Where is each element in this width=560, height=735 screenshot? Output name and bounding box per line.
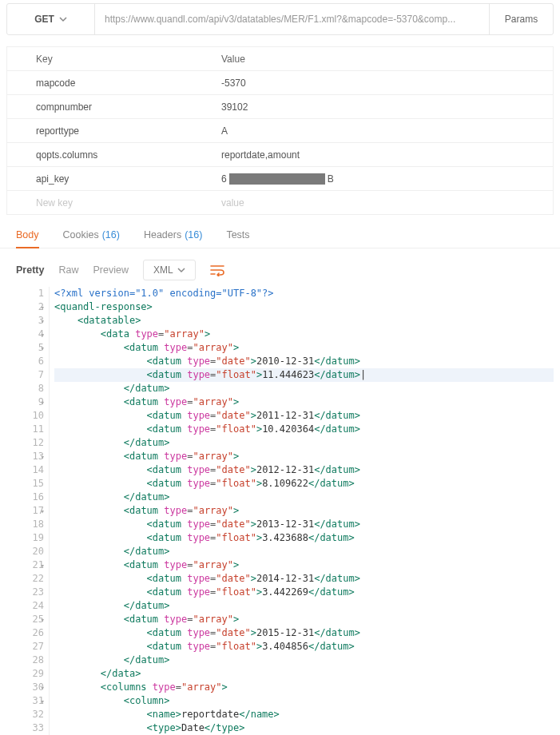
- cookies-count: (16): [102, 229, 120, 241]
- param-value[interactable]: -5370: [221, 71, 553, 94]
- code-line[interactable]: </datum>: [54, 654, 554, 667]
- fold-toggle-icon[interactable]: ▾: [41, 559, 45, 573]
- fold-toggle-icon[interactable]: ▾: [41, 614, 45, 627]
- tab-cookies[interactable]: Cookies(16): [63, 229, 120, 241]
- code-line[interactable]: <datatable>: [54, 314, 554, 328]
- param-row[interactable]: mapcode-5370: [7, 70, 553, 94]
- code-line[interactable]: <name>reportdate</name>: [54, 708, 554, 721]
- code-line[interactable]: </datum>: [54, 599, 554, 613]
- param-row[interactable]: qopts.columnsreportdate,amount: [7, 142, 553, 166]
- code-line[interactable]: <column>: [54, 694, 554, 708]
- params-label: Params: [505, 14, 538, 25]
- url-text: https://www.quandl.com/api/v3/datatables…: [105, 14, 455, 25]
- request-bar: GET https://www.quandl.com/api/v3/datata…: [6, 3, 554, 35]
- code-line[interactable]: <datum type="float">3.423688</datum>: [54, 531, 554, 545]
- params-grid: Key Value mapcode-5370compnumber39102rep…: [6, 46, 554, 215]
- line-gutter: 12▾3▾4▾5▾6789▾10111213▾14151617▾18192021…: [16, 287, 50, 735]
- code-line[interactable]: <datum type="array">: [54, 613, 554, 626]
- value-header: Value: [221, 47, 553, 70]
- fold-toggle-icon[interactable]: ▾: [41, 396, 45, 410]
- code-line[interactable]: </datum>: [54, 436, 554, 450]
- code-line[interactable]: <datum type="array">: [54, 341, 554, 355]
- code-line[interactable]: <datum type="date">2011-12-31</datum>: [54, 409, 554, 423]
- param-value[interactable]: A: [221, 119, 553, 142]
- url-input[interactable]: https://www.quandl.com/api/v3/datatables…: [95, 4, 489, 34]
- chevron-down-icon: [177, 266, 185, 274]
- tab-tests[interactable]: Tests: [226, 229, 249, 241]
- code-line[interactable]: <quandl-response>: [54, 300, 554, 314]
- new-param-row[interactable]: New key value: [7, 190, 553, 214]
- wrap-lines-icon[interactable]: [210, 264, 224, 276]
- code-line[interactable]: <datum type="date">2015-12-31</datum>: [54, 626, 554, 640]
- fold-toggle-icon[interactable]: ▾: [41, 342, 45, 356]
- code-line[interactable]: <datum type="array">: [54, 504, 554, 518]
- code-line[interactable]: <datum type="float">8.109622</datum>: [54, 477, 554, 491]
- fold-toggle-icon[interactable]: ▾: [41, 301, 45, 315]
- code-line[interactable]: <datum type="float">11.444623</datum>|: [54, 368, 554, 382]
- param-value[interactable]: reportdate,amount: [221, 143, 553, 166]
- code-line[interactable]: <datum type="float">10.420364</datum>: [54, 423, 554, 436]
- pretty-button[interactable]: Pretty: [16, 264, 44, 276]
- code-line[interactable]: <datum type="date">2013-12-31</datum>: [54, 518, 554, 531]
- preview-button[interactable]: Preview: [93, 264, 128, 276]
- fold-toggle-icon[interactable]: ▾: [41, 681, 45, 695]
- code-line[interactable]: </data>: [54, 667, 554, 681]
- code-line[interactable]: <?xml version="1.0" encoding="UTF-8"?>: [54, 287, 554, 300]
- new-value-input[interactable]: value: [221, 191, 553, 214]
- params-header-row: Key Value: [7, 46, 553, 70]
- param-row[interactable]: reporttypeA: [7, 118, 553, 142]
- fold-toggle-icon[interactable]: ▾: [41, 315, 45, 328]
- tab-body[interactable]: Body: [16, 229, 39, 248]
- response-tabs: Body Cookies(16) Headers(16) Tests: [0, 215, 560, 248]
- fold-toggle-icon[interactable]: ▾: [41, 328, 45, 342]
- tab-headers[interactable]: Headers(16): [144, 229, 202, 241]
- param-key[interactable]: qopts.columns: [7, 143, 221, 166]
- http-method-dropdown[interactable]: GET: [7, 4, 95, 34]
- code-area[interactable]: <?xml version="1.0" encoding="UTF-8"?><q…: [50, 287, 554, 735]
- code-line[interactable]: </datum>: [54, 491, 554, 504]
- code-line[interactable]: <columns type="array">: [54, 681, 554, 694]
- redacted-icon: [229, 173, 325, 185]
- code-line[interactable]: <data type="array">: [54, 328, 554, 341]
- params-button[interactable]: Params: [489, 4, 553, 34]
- param-value[interactable]: 6B: [221, 167, 553, 190]
- param-key[interactable]: compnumber: [7, 95, 221, 118]
- key-header: Key: [7, 47, 221, 70]
- param-key[interactable]: reporttype: [7, 119, 221, 142]
- http-method-label: GET: [34, 14, 54, 25]
- param-row[interactable]: api_key6B: [7, 166, 553, 190]
- param-row[interactable]: compnumber39102: [7, 94, 553, 118]
- code-line[interactable]: <type>Date</type>: [54, 721, 554, 735]
- response-toolbar: Pretty Raw Preview XML: [0, 248, 560, 287]
- format-label: XML: [153, 264, 173, 276]
- code-line[interactable]: <datum type="float">3.442269</datum>: [54, 586, 554, 599]
- code-line[interactable]: <datum type="date">2014-12-31</datum>: [54, 572, 554, 586]
- param-key[interactable]: mapcode: [7, 71, 221, 94]
- fold-toggle-icon[interactable]: ▾: [41, 505, 45, 518]
- chevron-down-icon: [59, 15, 67, 23]
- code-line[interactable]: </datum>: [54, 545, 554, 558]
- param-key[interactable]: api_key: [7, 167, 221, 190]
- fold-toggle-icon[interactable]: ▾: [41, 451, 45, 464]
- code-line[interactable]: <datum type="date">2010-12-31</datum>: [54, 355, 554, 368]
- raw-button[interactable]: Raw: [58, 264, 78, 276]
- fold-toggle-icon[interactable]: ▾: [41, 695, 45, 709]
- format-dropdown[interactable]: XML: [143, 260, 196, 280]
- code-line[interactable]: <datum type="array">: [54, 395, 554, 409]
- new-key-input[interactable]: New key: [7, 191, 221, 214]
- code-line[interactable]: <datum type="float">3.404856</datum>: [54, 640, 554, 654]
- param-value[interactable]: 39102: [221, 95, 553, 118]
- code-line[interactable]: <datum type="array">: [54, 558, 554, 572]
- code-line[interactable]: <datum type="date">2012-12-31</datum>: [54, 463, 554, 477]
- response-editor[interactable]: 12▾3▾4▾5▾6789▾10111213▾14151617▾18192021…: [16, 287, 554, 735]
- code-line[interactable]: </datum>: [54, 382, 554, 395]
- code-line[interactable]: <datum type="array">: [54, 450, 554, 463]
- headers-count: (16): [185, 229, 202, 241]
